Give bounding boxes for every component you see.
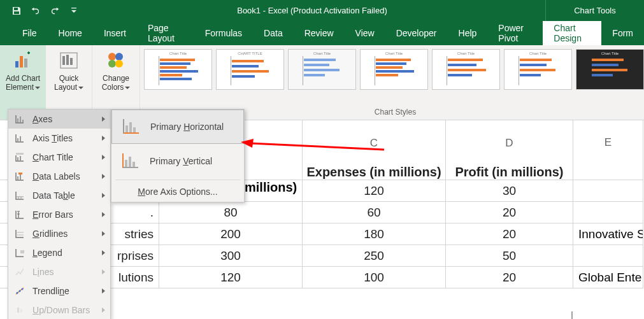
contextual-tab-label: Chart Tools <box>545 0 644 21</box>
tab-review[interactable]: Review <box>294 21 345 45</box>
svg-rect-13 <box>17 118 18 122</box>
tab-view[interactable]: View <box>345 21 385 45</box>
svg-rect-24 <box>18 214 19 218</box>
tab-file[interactable]: File <box>11 21 48 45</box>
tab-data[interactable]: Data <box>253 21 294 45</box>
chart-style-5[interactable]: Chart Title <box>432 49 500 90</box>
chart-style-7[interactable]: Chart Title <box>576 49 644 90</box>
svg-rect-6 <box>62 56 65 65</box>
svg-rect-0 <box>14 11 19 14</box>
menu-legend[interactable]: Legend <box>8 243 110 262</box>
data-table-icon <box>13 189 26 202</box>
svg-point-11 <box>108 60 116 67</box>
axes-primary-vertical[interactable]: Primary Vertical <box>111 144 244 178</box>
menu-updown-bars: Up/Down Bars <box>8 301 110 319</box>
svg-point-27 <box>19 290 21 292</box>
titlebar: Book1 - Excel (Product Activation Failed… <box>0 0 644 21</box>
lines-icon <box>13 266 26 278</box>
svg-point-9 <box>108 53 116 60</box>
window-title: Book1 - Excel (Product Activation Failed… <box>79 0 545 21</box>
menu-gridlines[interactable]: Gridlines <box>8 224 110 243</box>
save-icon[interactable] <box>11 6 22 16</box>
svg-rect-14 <box>20 117 21 122</box>
tab-home[interactable]: Home <box>48 21 93 45</box>
menu-error-bars[interactable]: Error Bars <box>8 205 110 224</box>
chart-style-6[interactable]: Chart Title <box>504 49 572 90</box>
svg-rect-21 <box>17 176 18 180</box>
axes-more-options[interactable]: More Axis Options... <box>111 181 244 202</box>
legend-icon <box>13 246 26 259</box>
svg-rect-25 <box>20 250 24 253</box>
undo-icon[interactable] <box>31 6 41 16</box>
menu-axes[interactable]: Axes <box>8 110 110 129</box>
chart-style-1[interactable]: Chart Title <box>144 49 212 90</box>
header-cell-d: D Profit (in millions) <box>446 120 573 180</box>
tab-chart-design[interactable]: Chart Design <box>543 21 601 45</box>
svg-rect-22 <box>20 174 21 180</box>
axis-titles-icon <box>13 132 26 145</box>
axes-icon <box>13 113 26 125</box>
chart-style-2[interactable]: CHART TITLE <box>216 49 284 90</box>
tab-help[interactable]: Help <box>448 21 488 45</box>
svg-rect-34 <box>125 160 127 167</box>
ribbon-tabs: File Home Insert Page Layout Formulas Da… <box>0 21 644 45</box>
svg-rect-3 <box>20 56 23 67</box>
svg-rect-2 <box>15 61 18 67</box>
primary-horizontal-icon <box>120 116 141 138</box>
add-chart-element-icon <box>12 50 34 71</box>
svg-rect-31 <box>125 125 128 132</box>
updown-bars-icon <box>13 304 26 316</box>
tab-format[interactable]: Form <box>601 21 644 45</box>
svg-rect-17 <box>20 136 21 141</box>
menu-data-table[interactable]: Data Table <box>8 186 110 205</box>
menu-chart-title[interactable]: Chart Title <box>8 148 110 167</box>
svg-rect-29 <box>17 308 19 313</box>
axes-primary-horizontal[interactable]: Primary Horizontal <box>111 110 244 144</box>
svg-rect-18 <box>16 153 24 155</box>
qat-more-icon[interactable] <box>69 6 79 16</box>
svg-rect-7 <box>66 55 69 65</box>
header-cell-e: E <box>573 120 643 180</box>
gridlines-icon <box>13 227 26 240</box>
primary-vertical-icon <box>119 150 141 172</box>
svg-point-26 <box>17 292 18 294</box>
svg-rect-33 <box>133 127 136 132</box>
svg-rect-16 <box>17 138 18 141</box>
svg-point-10 <box>115 53 123 60</box>
svg-rect-36 <box>132 162 135 167</box>
svg-rect-15 <box>22 120 24 122</box>
chart-title-icon <box>13 151 26 164</box>
svg-point-28 <box>22 288 24 290</box>
chart-style-3[interactable]: Chart Title <box>288 49 356 90</box>
svg-point-12 <box>115 60 123 67</box>
annotation-arrow <box>241 139 387 158</box>
svg-line-37 <box>250 143 384 150</box>
redo-icon[interactable] <box>50 6 60 16</box>
menu-axis-titles[interactable]: Axis Titles <box>8 129 110 148</box>
svg-rect-1 <box>71 8 76 8</box>
quick-layout-icon <box>58 50 80 71</box>
svg-rect-23 <box>18 173 22 174</box>
error-bars-icon <box>13 208 26 221</box>
embedded-chart-edge[interactable] <box>571 311 573 319</box>
menu-data-labels[interactable]: Data Labels <box>8 167 110 186</box>
svg-rect-30 <box>20 309 22 313</box>
change-colors-icon <box>105 50 127 71</box>
trendline-icon <box>13 285 26 297</box>
quick-access-toolbar <box>0 0 79 21</box>
tab-page-layout[interactable]: Page Layout <box>137 21 194 45</box>
tab-insert[interactable]: Insert <box>93 21 137 45</box>
svg-rect-4 <box>24 59 27 67</box>
tab-power-pivot[interactable]: Power Pivot <box>487 21 543 45</box>
tab-formulas[interactable]: Formulas <box>194 21 253 45</box>
svg-rect-20 <box>20 156 21 160</box>
svg-rect-35 <box>129 157 131 167</box>
menu-trendline[interactable]: Trendline <box>8 281 110 301</box>
chart-style-4[interactable]: Chart Title <box>360 49 428 90</box>
svg-rect-19 <box>17 157 18 160</box>
tab-developer[interactable]: Developer <box>385 21 448 45</box>
svg-rect-32 <box>129 122 132 132</box>
svg-rect-8 <box>70 58 73 65</box>
menu-lines: Lines <box>8 262 110 281</box>
axes-submenu: Primary Horizontal Primary Vertical More… <box>111 109 245 202</box>
